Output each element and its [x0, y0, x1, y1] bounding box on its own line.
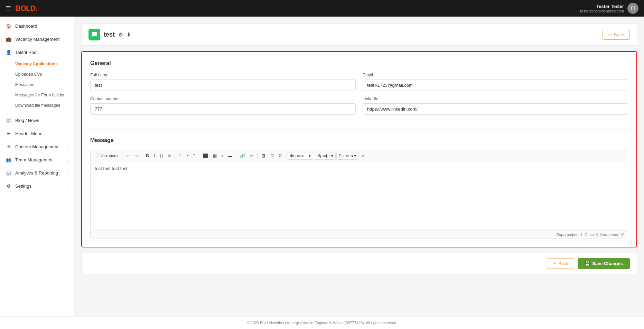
user-info: Tester Tester tester@boldidentities.com [580, 4, 624, 13]
form-row-name-email: Full name Email [90, 73, 628, 91]
size-dropdown[interactable]: Размер ▾ [336, 152, 358, 160]
people-icon: 👥 [6, 157, 12, 163]
sidebar-item-header-menu[interactable]: ☰ Header Menu › [0, 127, 74, 140]
email-label: Email [363, 73, 628, 77]
align-right-button[interactable]: ▪ [220, 152, 225, 159]
source-icon: 📄 [95, 153, 101, 158]
bold-button[interactable]: B [144, 152, 151, 159]
toolbar-separator-6 [257, 153, 258, 159]
sidebar-divider [0, 112, 74, 112]
save-icon: 💾 [585, 261, 590, 266]
sidebar-subitem-messages-form-builder[interactable]: Messages for Form builder [0, 90, 74, 100]
briefcase-icon: 💼 [6, 36, 12, 42]
blockquote-button[interactable]: " [191, 152, 197, 159]
back-button-bottom[interactable]: ↩ Back [547, 258, 574, 269]
sidebar-item-talent-pool[interactable]: 👤 Talent Pool › [0, 46, 74, 59]
unordered-list-button[interactable]: • [185, 152, 190, 159]
section-general: General Full name Email Contact number [82, 52, 636, 129]
chart-icon: 📊 [6, 170, 12, 176]
table-button[interactable]: ⊞ [268, 152, 276, 159]
main-content: test ⚙ ⬇ ↩ Back General Full name [74, 17, 644, 316]
chevron-down-icon: ▾ [309, 153, 311, 158]
chevron-down-icon: ▾ [331, 153, 333, 158]
chevron-right-icon: › [67, 184, 68, 188]
download-icon[interactable]: ⬇ [127, 31, 131, 38]
underline-button[interactable]: U [158, 152, 165, 159]
arrow-left-icon: ↩ [608, 32, 612, 37]
email-input[interactable] [363, 79, 628, 91]
sidebar-item-vacancy-management[interactable]: 💼 Vacancy Management › [0, 32, 74, 46]
image-button[interactable]: 🖼 [259, 152, 268, 159]
hamburger-icon[interactable]: ☰ [6, 4, 11, 12]
back-button-top[interactable]: ↩ Back [603, 30, 630, 40]
chevron-right-icon: › [67, 50, 68, 54]
full-name-label: Full name [90, 73, 356, 77]
logo: BOLD. [15, 4, 37, 13]
navbar: ☰ BOLD. Tester Tester tester@boldidentit… [0, 0, 644, 17]
format-dropdown[interactable]: Формат... ▾ [288, 152, 313, 160]
sidebar-subitem-uploaded-cvs[interactable]: Uploaded CVs [0, 69, 74, 79]
sidebar-item-team-management[interactable]: 👥 Team Management › [0, 153, 74, 166]
toolbar-separator-4 [199, 153, 199, 159]
sidebar-subitem-download-file-messages[interactable]: Download file messages [0, 100, 74, 111]
italic-button[interactable]: I [152, 152, 157, 159]
contact-number-input[interactable] [90, 103, 356, 115]
sidebar-item-label: Blog / News [15, 118, 39, 123]
sidebar-subitem-messages[interactable]: Messages [0, 79, 74, 90]
sidebar-subitem-label: Messages for Form builder [15, 93, 65, 97]
strikethrough-button[interactable]: Ix [166, 152, 173, 159]
justify-button[interactable]: ▬ [226, 152, 234, 159]
source-button[interactable]: 📄 Источник [93, 152, 120, 159]
special-char-button[interactable]: Ω [277, 152, 284, 159]
sidebar-item-settings[interactable]: ⚙ Settings › [0, 179, 74, 192]
person-add-icon: 👤 [6, 49, 12, 55]
page-title: test [104, 31, 115, 38]
toolbar-separator-2 [142, 153, 142, 159]
editor-stats: Параграфов: 1, Слов: 4, Символов: 19 [556, 233, 624, 237]
settings-icon[interactable]: ⚙ [118, 31, 123, 38]
sidebar-item-blog-news[interactable]: 📰 Blog / News [0, 114, 74, 127]
sidebar-item-label: Talent Pool [15, 50, 37, 55]
sidebar-item-label: Header Menu [15, 131, 43, 136]
sidebar-subitem-label: Vacancy Applications [15, 62, 58, 66]
avatar[interactable]: TT [627, 3, 638, 14]
undo-button[interactable]: ↩ [124, 152, 132, 159]
editor-content: test test test test [95, 166, 128, 171]
font-dropdown[interactable]: Шрифт ▾ [314, 152, 335, 160]
sidebar-item-content-management[interactable]: 🖥 Content Management › [0, 140, 74, 153]
linkedin-input[interactable] [363, 103, 628, 115]
sidebar-item-analytics-reporting[interactable]: 📊 Analytics & Reporting › [0, 166, 74, 179]
ordered-list-button[interactable]: 1. [177, 152, 184, 159]
form-group-linkedin: LinkedIn [363, 96, 628, 115]
redo-button[interactable]: ↪ [132, 152, 140, 159]
action-bar: ↩ Back 💾 Save Changes [81, 253, 637, 274]
chevron-right-icon: › [67, 171, 68, 175]
fullscreen-button[interactable]: ⤢ [359, 152, 367, 159]
sidebar-item-label: Content Management [15, 144, 58, 149]
editor-footer: Параграфов: 1, Слов: 4, Символов: 19 [90, 231, 628, 238]
toolbar-separator [122, 153, 122, 159]
form-group-full-name: Full name [90, 73, 356, 91]
page-header: test ⚙ ⬇ ↩ Back [81, 24, 637, 46]
link-button[interactable]: 🔗 [238, 152, 247, 159]
align-center-button[interactable]: ▦ [211, 152, 219, 159]
sidebar-subitem-label: Download file messages [15, 103, 60, 108]
message-section-title: Message [90, 137, 628, 143]
toolbar-separator-3 [175, 153, 175, 159]
sidebar-item-label: Team Management [15, 157, 54, 162]
sidebar-item-label: Analytics & Reporting [15, 170, 58, 176]
editor-body[interactable]: test test test test [90, 162, 628, 231]
contact-number-label: Contact number [90, 96, 356, 101]
home-icon: 🏠 [6, 23, 12, 29]
user-email: tester@boldidentities.com [580, 9, 624, 13]
save-changes-button[interactable]: 💾 Save Changes [578, 258, 630, 269]
chevron-right-icon: › [67, 132, 68, 135]
sidebar-subitem-vacancy-applications[interactable]: Vacancy Applications [0, 59, 74, 69]
sidebar-subitem-label: Messages [15, 82, 34, 87]
toolbar-separator-7 [286, 153, 286, 159]
sidebar-item-dashboard[interactable]: 🏠 Dashboard [0, 19, 74, 32]
align-left-button[interactable]: ⬛ [201, 152, 210, 159]
sidebar-item-label: Dashboard [15, 24, 37, 29]
unlink-button[interactable]: ✂ [248, 152, 255, 159]
full-name-input[interactable] [90, 79, 356, 91]
